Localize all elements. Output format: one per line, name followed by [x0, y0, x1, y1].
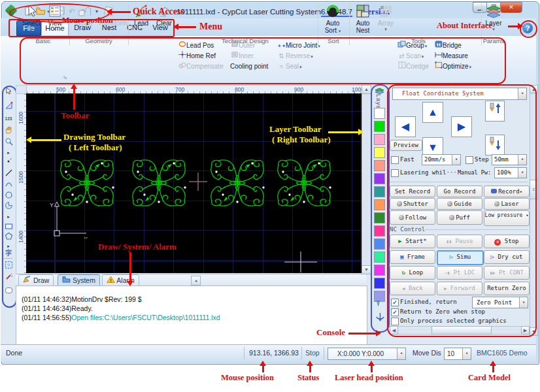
- compensate-button[interactable]: Compensate: [178, 61, 224, 71]
- stop-button[interactable]: × Stop: [484, 235, 530, 248]
- rounded-rect-tool-icon[interactable]: [3, 286, 14, 297]
- panel-scroll-down[interactable]: ▼: [530, 327, 538, 336]
- basic-dialog-launcher[interactable]: ⇘: [63, 74, 67, 80]
- nozzle-down-button[interactable]: [485, 135, 505, 155]
- layer-swatch-1[interactable]: [374, 121, 385, 132]
- panel-scroll-up[interactable]: ▲: [530, 85, 538, 93]
- simu-button[interactable]: ▷ Simu: [437, 250, 484, 265]
- fast-checkbox[interactable]: [391, 156, 399, 164]
- frame-tool-icon[interactable]: [3, 261, 14, 271]
- inner-button[interactable]: Inner: [230, 51, 254, 61]
- ornament-pattern[interactable]: [208, 159, 267, 207]
- back-button[interactable]: ◀ Back: [390, 282, 435, 295]
- panel-hscroll-thumb[interactable]: [431, 326, 492, 335]
- layer-text-marker-icon[interactable]: Ŧ: [376, 299, 380, 307]
- layer-swatch-11[interactable]: [374, 252, 385, 263]
- measure-button[interactable]: Measure: [434, 51, 468, 61]
- reverse-button[interactable]: ⇅Reverse▾: [277, 51, 313, 61]
- return-zero-stop-checkbox[interactable]: ✓: [391, 308, 399, 316]
- console-log[interactable]: (01/11 14:46:32)MotionDrv $Rev: 199 $ (0…: [16, 286, 367, 345]
- ornament-pattern[interactable]: [275, 159, 333, 207]
- laser-head-position-select[interactable]: X:0.000 Y:0.000 ▾: [328, 348, 406, 360]
- layer-swatch-12[interactable]: [374, 265, 385, 276]
- optimize-button[interactable]: Optimize▾: [434, 61, 471, 71]
- return-zero-button[interactable]: Return Zero: [484, 282, 530, 295]
- loop-button[interactable]: ↻ Loop: [390, 266, 435, 280]
- panel-scroll-right[interactable]: ▶: [521, 326, 530, 335]
- panel-scroll-left[interactable]: ◀: [390, 326, 398, 335]
- go-record-button[interactable]: Go Record: [437, 186, 482, 197]
- set-record-button[interactable]: Set Record: [390, 186, 435, 197]
- nozzle-up-button[interactable]: [485, 101, 505, 122]
- layer-swatch-8[interactable]: [374, 212, 385, 223]
- rectangle-tool-icon[interactable]: [3, 222, 14, 233]
- coordinate-system-select[interactable]: Float Coordinate System ▾: [392, 88, 527, 100]
- scan-button[interactable]: ⇄Scan▾: [397, 51, 424, 61]
- layer-swatch-0[interactable]: [374, 108, 385, 119]
- panel-vscrollbar[interactable]: [530, 85, 538, 336]
- circle-tool-icon[interactable]: [3, 191, 14, 201]
- about-help-button[interactable]: ?: [522, 23, 533, 33]
- layer-swatch-9[interactable]: [374, 225, 385, 237]
- arc-tool-icon[interactable]: [3, 180, 14, 190]
- dry-cut-button[interactable]: ▷ Dry cut: [484, 250, 530, 264]
- move-dis-input[interactable]: 10 ▾: [444, 348, 471, 360]
- draw-select-icon[interactable]: [3, 87, 14, 97]
- pan-hand-icon[interactable]: [3, 125, 14, 136]
- layer-swatch-6[interactable]: [374, 186, 385, 197]
- text-tool-icon[interactable]: 字: [3, 248, 14, 259]
- layer-swatch-7[interactable]: [374, 199, 385, 210]
- frame-button[interactable]: ▣ Frame: [390, 250, 435, 264]
- finished-return-checkbox[interactable]: ✓: [391, 299, 399, 306]
- layer-anchor-icon[interactable]: [375, 312, 385, 325]
- home-ref-button[interactable]: Home Ref: [178, 51, 216, 61]
- jog-left-button[interactable]: ◀: [395, 116, 416, 137]
- ornament-pattern[interactable]: [129, 159, 188, 207]
- preview-button[interactable]: Preview: [390, 140, 422, 151]
- pie-tool-icon[interactable]: [3, 201, 14, 212]
- array-button[interactable]: Array▾: [376, 4, 396, 38]
- seal-button[interactable]: ≈Seal▾: [277, 61, 302, 71]
- pt-cont-button[interactable]: ▮▶ Pt CONT: [484, 266, 530, 280]
- forward-button[interactable]: ▶ Forward: [437, 282, 482, 295]
- select-button[interactable]: Select▾: [20, 4, 42, 38]
- layer-swatch-13[interactable]: [374, 278, 385, 289]
- layer-swatch-4[interactable]: [374, 160, 385, 171]
- zoom-tool-icon[interactable]: [3, 137, 14, 148]
- flyout-arrow-icon[interactable]: ▸: [3, 212, 14, 222]
- jog-up-button[interactable]: ▲: [422, 102, 443, 123]
- panel-vscroll-thumb[interactable]: ≡: [530, 180, 538, 199]
- console-tab-scroll-left[interactable]: ◂: [191, 276, 201, 286]
- only-selected-checkbox[interactable]: [391, 318, 399, 325]
- record-button[interactable]: Record▾: [484, 186, 530, 197]
- step-size-select[interactable]: 50mm▾: [492, 154, 527, 165]
- manual-pw-select[interactable]: 100%▾: [494, 167, 527, 178]
- magic-wand-icon[interactable]: [3, 272, 14, 283]
- layer-swatch-3[interactable]: [374, 147, 385, 158]
- low-pressure-button[interactable]: Low pressure ▾: [484, 210, 530, 226]
- zero-point-select[interactable]: Zero Point▾: [472, 297, 528, 308]
- snap-tool-icon[interactable]: [3, 101, 14, 112]
- canvas-scroll-up[interactable]: ▲: [362, 85, 371, 94]
- puff-button[interactable]: Puff: [437, 210, 482, 225]
- follow-button[interactable]: Follow: [390, 210, 435, 225]
- canvas-scroll-down[interactable]: ▼: [362, 265, 371, 274]
- pt-loc-button[interactable]: →▮ Pt LOC: [437, 266, 482, 280]
- step-checkbox[interactable]: [465, 156, 473, 164]
- coedge-button[interactable]: Coedge: [397, 61, 429, 71]
- canvas-vscrollbar[interactable]: [362, 85, 371, 274]
- layer-swatch-10[interactable]: [374, 238, 385, 250]
- layer-swatch-5[interactable]: [374, 173, 385, 184]
- auto-sort-button[interactable]: Auto Sort ▾: [320, 4, 345, 38]
- numbers-tool-icon[interactable]: 123: [3, 114, 14, 124]
- point-tool-icon[interactable]: [3, 157, 14, 167]
- pause-button[interactable]: ▮▮ Pause: [437, 235, 482, 248]
- start-button[interactable]: ▶ Start*: [390, 235, 435, 248]
- jog-right-button[interactable]: ▶: [451, 116, 472, 137]
- line-tool-icon[interactable]: [3, 169, 14, 179]
- shutter-button[interactable]: Shutter: [390, 198, 435, 210]
- auto-nest-button[interactable]: AutoNest: [352, 4, 374, 38]
- opened-file-link[interactable]: Open files:C:\Users\FSCUT\Desktop\101111…: [71, 314, 220, 321]
- lasering-checkbox[interactable]: [391, 169, 399, 177]
- fast-speed-select[interactable]: 20mm/s▾: [422, 154, 461, 165]
